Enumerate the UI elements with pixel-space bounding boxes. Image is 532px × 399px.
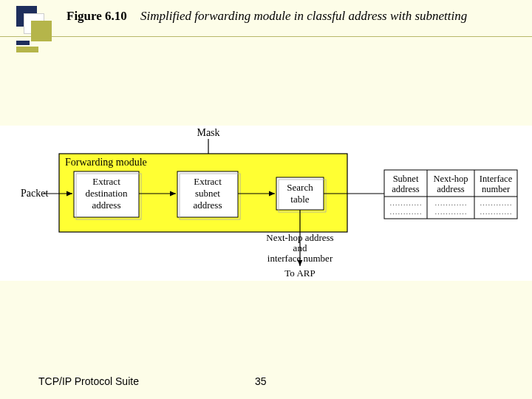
svg-text:address: address bbox=[392, 184, 420, 194]
svg-text:table: table bbox=[290, 194, 309, 205]
mask-label: Mask bbox=[197, 127, 219, 138]
figure-caption: Simplified forwarding module in classful… bbox=[140, 9, 467, 23]
diagram-area: Mask Forwarding module Packet Extract de… bbox=[0, 126, 532, 281]
svg-text:…………: ………… bbox=[389, 207, 422, 216]
figure-number: Figure 6.10 bbox=[66, 9, 127, 23]
svg-text:destination: destination bbox=[85, 188, 128, 199]
forwarding-diagram: Mask Forwarding module Packet Extract de… bbox=[0, 126, 532, 281]
svg-text:and: and bbox=[293, 242, 307, 253]
svg-text:…………: ………… bbox=[480, 207, 512, 216]
slide-header: Figure 6.10 Simplified forwarding module… bbox=[0, 0, 532, 37]
footer-suite: TCP/IP Protocol Suite bbox=[38, 375, 139, 387]
svg-text:Next-hop: Next-hop bbox=[433, 174, 468, 184]
svg-text:…………: ………… bbox=[434, 207, 467, 216]
accent-bars bbox=[0, 41, 38, 54]
svg-text:address: address bbox=[194, 200, 222, 211]
svg-text:number: number bbox=[482, 184, 511, 194]
corner-logo bbox=[16, 6, 46, 35]
footer-page: 35 bbox=[255, 375, 267, 387]
svg-text:Subnet: Subnet bbox=[393, 174, 419, 184]
svg-text:Extract: Extract bbox=[92, 176, 120, 187]
svg-text:Next-hop address: Next-hop address bbox=[266, 232, 333, 243]
svg-text:address: address bbox=[437, 184, 465, 194]
routing-table: Subnet address Next-hop address Interfac… bbox=[384, 170, 517, 219]
svg-text:address: address bbox=[92, 200, 121, 211]
svg-text:…………: ………… bbox=[434, 198, 467, 207]
svg-text:…………: ………… bbox=[389, 198, 422, 207]
to-arp-label: To ARP bbox=[284, 267, 315, 279]
svg-text:Interface: Interface bbox=[480, 174, 513, 184]
svg-text:Search: Search bbox=[287, 182, 313, 193]
svg-text:interface number: interface number bbox=[267, 253, 333, 264]
figure-title: Figure 6.10 Simplified forwarding module… bbox=[66, 9, 467, 24]
svg-text:Extract: Extract bbox=[194, 176, 222, 187]
forwarding-module-label: Forwarding module bbox=[65, 157, 147, 168]
svg-text:subnet: subnet bbox=[195, 188, 220, 199]
svg-text:…………: ………… bbox=[480, 198, 512, 207]
